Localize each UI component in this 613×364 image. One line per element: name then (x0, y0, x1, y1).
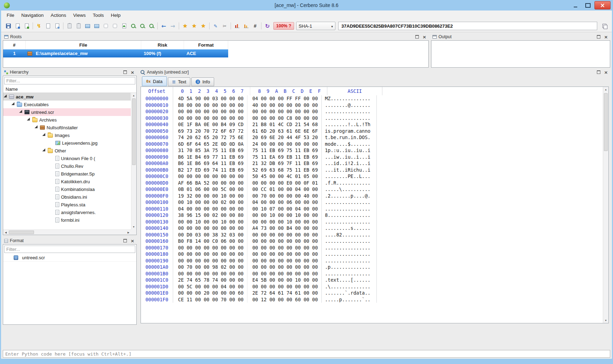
hex-row[interactable]: 0000003000 00 00 00 00 00 00 0000 00 00 … (141, 115, 603, 122)
tree-item[interactable]: Bridgemaster.Sp (3, 170, 131, 178)
hex-row[interactable]: 0000006074 20 62 65 20 72 75 6E20 69 6E … (141, 134, 603, 141)
tree-item[interactable]: ace_mw (3, 93, 131, 101)
hex-row[interactable]: 0000010000 10 00 00 00 02 00 0004 00 00 … (141, 199, 603, 206)
tree-item[interactable]: Katolikken.dru (3, 178, 131, 185)
scroll-down-icon[interactable] (131, 224, 136, 229)
hex-row[interactable]: 000000F019 32 00 00 00 10 00 0000 70 00 … (141, 193, 603, 199)
float-panel-button[interactable] (414, 34, 420, 39)
expander-icon[interactable] (12, 103, 16, 106)
hex-row[interactable]: 0000013000 00 10 00 00 10 00 0000 00 00 … (141, 219, 603, 225)
tab-info[interactable]: iInfo (191, 77, 214, 86)
scroll-right-icon[interactable] (126, 230, 131, 235)
float-panel-button[interactable] (596, 34, 601, 39)
float-panel-button[interactable] (596, 70, 601, 75)
hex-row[interactable]: 000001F0CE 11 00 00 00 70 00 0000 12 00 … (141, 296, 603, 303)
hex-row[interactable]: 000000A0B6 1E B6 69 64 11 EB 6921 32 DB … (141, 160, 603, 167)
vertical-scrollbar[interactable] (131, 93, 136, 229)
expander-icon[interactable] (20, 110, 23, 114)
hex-row[interactable]: 00000010B8 00 00 00 00 00 00 0040 00 00 … (141, 102, 603, 109)
hex-row[interactable]: 000000400E 1F BA 0E 00 B4 09 CD21 B8 01 … (141, 121, 603, 128)
search-next-button[interactable] (138, 21, 147, 30)
tree-item[interactable]: Unknown File 0 ( (3, 154, 131, 162)
hex-row[interactable]: 000000B0B2 17 ED 69 74 11 EB 6952 69 63 … (141, 167, 603, 173)
hex-row[interactable]: 00000160B0 F8 14 00 C0 06 00 0000 00 00 … (141, 238, 603, 245)
hex-row[interactable]: 0000015000 D0 03 00 38 32 03 0000 00 00 … (141, 232, 603, 238)
close-panel-button[interactable] (603, 34, 609, 39)
scrollbar-thumb[interactable] (9, 231, 34, 234)
forward-button[interactable]: → (168, 21, 177, 30)
open-report-button[interactable] (13, 21, 22, 30)
paste-doc-button[interactable] (53, 21, 62, 30)
expander-icon[interactable] (43, 149, 47, 152)
hex-row[interactable]: 000000E00B 01 06 00 00 5C 00 0000 CC 01 … (141, 186, 603, 193)
snapshot-view-button[interactable] (92, 21, 101, 30)
column-header-risk[interactable]: Risk (141, 41, 184, 49)
snapshot-button[interactable] (83, 21, 92, 30)
hex-row[interactable]: 0000018000 00 00 00 00 00 00 0000 00 00 … (141, 251, 603, 257)
hex-row[interactable]: 0000014000 00 00 00 00 00 00 00A4 73 00 … (141, 225, 603, 232)
hex-row[interactable]: 000000706D 6F 64 65 2E 0D 0D 0A24 00 00 … (141, 141, 603, 147)
entropy-chart-button[interactable] (232, 21, 241, 30)
scroll-up-icon[interactable] (131, 93, 136, 98)
root-row-format[interactable]: ACE (184, 49, 228, 57)
column-header-num[interactable]: # (3, 41, 26, 49)
tree-item[interactable]: Lejesvendens.jpg (3, 139, 131, 147)
menu-tools[interactable]: Tools (89, 11, 108, 19)
hex-row[interactable]: 0000011004 00 00 00 00 00 00 0000 10 07 … (141, 206, 603, 212)
back-button[interactable]: ← (159, 21, 168, 30)
copy-doc-button[interactable] (43, 21, 53, 30)
format-item[interactable]: untreed.scr (3, 254, 136, 262)
tab-data[interactable]: 0xData (142, 76, 167, 86)
float-panel-button[interactable] (122, 70, 128, 75)
select-range-button[interactable] (110, 21, 120, 30)
expander-icon[interactable] (43, 133, 47, 137)
format-filter-input[interactable] (4, 246, 135, 253)
hex-row[interactable]: 000001B000 00 00 00 00 00 00 0000 00 00 … (141, 270, 603, 277)
hex-row[interactable]: 000000004D 5A 90 00 03 00 00 0004 00 00 … (141, 95, 603, 102)
expander-icon[interactable] (35, 126, 39, 129)
float-panel-button[interactable] (122, 238, 128, 243)
hex-row[interactable]: 000001C02E 74 65 78 74 00 00 00E4 5B 00 … (141, 277, 603, 283)
clipboard-button[interactable] (65, 21, 74, 30)
menu-navigation[interactable]: Navigation (18, 11, 47, 19)
tree-item[interactable]: Chullo.Rev (3, 162, 131, 170)
tree-item[interactable]: ansigtsfarvernes. (3, 208, 131, 216)
hex-row[interactable]: 0000017000 00 00 00 00 00 00 0000 00 00 … (141, 245, 603, 251)
tab-text[interactable]: ≣Text (168, 77, 191, 86)
hex-row[interactable]: 0000019000 00 00 00 00 00 00 0000 00 00 … (141, 257, 603, 264)
maximize-button[interactable] (582, 1, 593, 9)
tree-item[interactable]: Other (3, 147, 131, 154)
close-panel-button[interactable] (130, 238, 135, 243)
hash-value-field[interactable] (338, 22, 597, 30)
risk-score-button[interactable]: 100% ? (273, 22, 294, 30)
scrollbar-thumb[interactable] (604, 93, 608, 151)
column-header-format[interactable]: Format (184, 41, 228, 49)
scroll-up-icon[interactable] (603, 87, 608, 92)
numeric-view-button[interactable]: # (251, 21, 260, 30)
expander-icon[interactable] (5, 95, 8, 98)
horizontal-scrollbar[interactable] (3, 229, 131, 235)
column-header-file[interactable]: File (26, 41, 141, 49)
hex-row[interactable]: 0000002000 00 00 00 00 00 00 0000 00 00 … (141, 108, 603, 115)
annotate-button[interactable]: ✎ (211, 21, 220, 30)
python-input[interactable] (3, 350, 610, 358)
tree-column-header[interactable]: Name (3, 85, 136, 93)
close-button[interactable] (594, 1, 611, 9)
tree-item[interactable]: Kombinationslaa (3, 185, 131, 193)
root-row-risk[interactable]: 100% (f) (141, 49, 184, 57)
tree-item[interactable]: Images (3, 131, 131, 139)
menu-actions[interactable]: Actions (47, 11, 70, 19)
tree-item[interactable]: Playless.sta (3, 201, 131, 208)
menu-help[interactable]: Help (107, 11, 124, 19)
reload-button[interactable]: ↻ (263, 21, 272, 30)
save-button[interactable] (4, 21, 13, 30)
search-button[interactable] (129, 21, 138, 30)
hex-row[interactable]: 0000008031 70 85 3A 75 11 EB 6975 11 EB … (141, 147, 603, 154)
search-prev-button[interactable] (147, 21, 156, 30)
root-row-file[interactable]: E:\samples\ace\ace_mw (26, 49, 141, 57)
tree-item[interactable]: NullsoftInstaller (3, 124, 131, 131)
carve-button[interactable]: ✂ (220, 21, 229, 30)
menu-file[interactable]: File (3, 11, 18, 19)
scroll-left-icon[interactable] (3, 230, 8, 235)
expander-icon[interactable] (28, 118, 31, 122)
